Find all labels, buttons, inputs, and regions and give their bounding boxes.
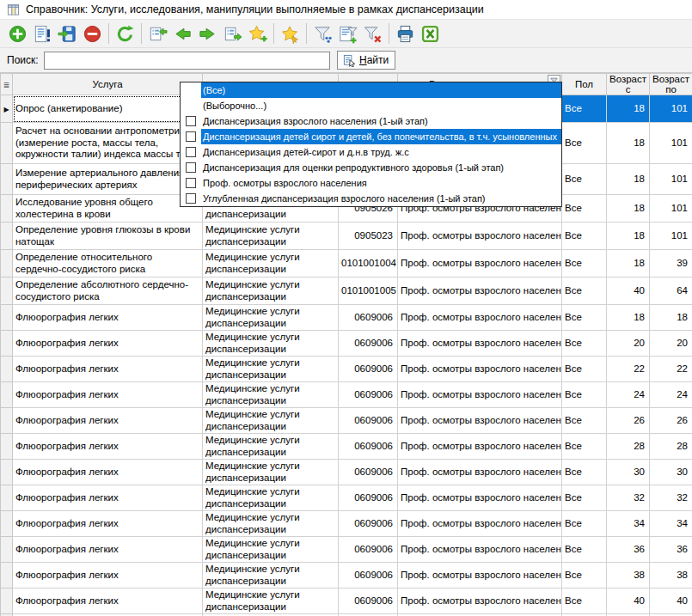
cell-age-from[interactable]: 40 xyxy=(607,589,650,614)
cell-age-from[interactable]: 38 xyxy=(607,563,650,589)
cell-age-from[interactable]: 18 xyxy=(607,250,650,278)
cell-service[interactable]: Флюорография легких xyxy=(13,408,203,434)
cell-gender[interactable]: Все xyxy=(562,511,607,537)
filter-option[interactable]: Углубленная диспансеризация взрослого на… xyxy=(181,191,561,206)
find-button[interactable]: Найти xyxy=(337,51,395,70)
cell-type[interactable]: Медицинские услуги диспансеризации xyxy=(203,563,339,589)
cell-gender[interactable]: Все xyxy=(562,305,607,331)
cell-type[interactable]: Медицинские услуги диспансеризации xyxy=(203,511,339,537)
row-indicator[interactable] xyxy=(1,434,13,460)
column-header-age-from[interactable]: Возраст с xyxy=(607,74,650,95)
cell-type[interactable]: Медицинские услуги диспансеризации xyxy=(203,589,339,614)
cell-age-from[interactable]: 36 xyxy=(607,537,650,563)
cell-service[interactable]: Флюорография легких xyxy=(13,460,203,485)
table-row[interactable]: Флюорография легкихМедицинские услуги ди… xyxy=(1,563,692,589)
favorite-go-button[interactable] xyxy=(278,21,303,46)
cell-code[interactable]: 0609006 xyxy=(339,511,398,537)
table-row[interactable]: Флюорография легкихМедицинские услуги ди… xyxy=(1,382,692,408)
cell-gender[interactable]: Все xyxy=(562,589,607,614)
table-row[interactable]: Флюорография легкихМедицинские услуги ди… xyxy=(1,589,692,614)
cell-age-from[interactable]: 24 xyxy=(607,382,650,408)
filter-custom-button[interactable] xyxy=(335,21,360,46)
filter-option[interactable]: Диспансеризация детей-сирот и д.н.в труд… xyxy=(181,144,561,160)
cell-service[interactable]: Расчет на основании антропометрии (измер… xyxy=(13,123,203,164)
cell-gender[interactable]: Все xyxy=(562,485,607,511)
row-indicator[interactable] xyxy=(1,278,13,305)
checkbox-icon[interactable] xyxy=(186,116,196,126)
cell-code[interactable]: 0609006 xyxy=(339,537,398,563)
cell-gender[interactable]: Все xyxy=(562,123,607,164)
cell-age-from[interactable]: 22 xyxy=(607,357,650,382)
row-indicator[interactable] xyxy=(1,305,13,331)
checkbox-icon[interactable] xyxy=(186,131,196,142)
row-indicator[interactable] xyxy=(1,123,13,164)
cell-category[interactable]: Проф. осмотры взрослого населения xyxy=(398,223,562,250)
cell-age-to[interactable]: 26 xyxy=(650,408,692,434)
cell-category[interactable]: Проф. осмотры взрослого населения xyxy=(398,305,562,331)
filter-clear-button[interactable] xyxy=(360,21,385,46)
row-indicator[interactable]: ▶ xyxy=(1,95,13,123)
cell-type[interactable]: Медицинские услуги диспансеризации xyxy=(203,278,339,305)
cell-service[interactable]: Флюорография легких xyxy=(13,537,203,563)
table-row[interactable]: Определение абсолютного сердечно-сосудис… xyxy=(1,278,692,305)
cell-category[interactable]: Проф. осмотры взрослого населения xyxy=(398,278,562,305)
cell-age-to[interactable]: 38 xyxy=(650,563,692,589)
cell-gender[interactable]: Все xyxy=(562,537,607,563)
cell-code[interactable]: 0609006 xyxy=(339,589,398,614)
checkbox-icon[interactable] xyxy=(186,147,196,157)
checkbox-icon[interactable] xyxy=(186,178,196,188)
cell-category[interactable]: Проф. осмотры взрослого населения xyxy=(398,460,562,485)
cell-age-to[interactable]: 20 xyxy=(650,331,692,357)
cell-gender[interactable]: Все xyxy=(562,331,607,357)
cell-service[interactable]: Флюорография легких xyxy=(13,382,203,408)
cell-age-from[interactable]: 18 xyxy=(607,164,650,195)
table-row[interactable]: Флюорография легкихМедицинские услуги ди… xyxy=(1,408,692,434)
cell-code[interactable]: 0905023 xyxy=(339,223,398,250)
row-indicator[interactable] xyxy=(1,511,13,537)
cell-service[interactable]: Определение абсолютного сердечно-сосудис… xyxy=(13,278,203,305)
row-indicator[interactable] xyxy=(1,382,13,408)
column-header-indicator[interactable]: ≣ xyxy=(1,74,13,95)
cell-gender[interactable]: Все xyxy=(562,382,607,408)
cell-gender[interactable]: Все xyxy=(562,460,607,485)
cell-age-to[interactable]: 101 xyxy=(650,123,692,164)
cell-age-from[interactable]: 18 xyxy=(607,123,650,164)
search-input[interactable] xyxy=(44,52,330,70)
cell-service[interactable]: Флюорография легких xyxy=(13,357,203,382)
row-indicator[interactable] xyxy=(1,195,13,223)
cell-category[interactable]: Проф. осмотры взрослого населения xyxy=(398,434,562,460)
cell-age-from[interactable]: 34 xyxy=(607,511,650,537)
table-row[interactable]: Флюорография легкихМедицинские услуги ди… xyxy=(1,460,692,485)
filter-option[interactable]: Диспансеризация детей сирот и детей, без… xyxy=(181,129,561,144)
cell-type[interactable]: Медицинские услуги диспансеризации xyxy=(203,305,339,331)
row-indicator[interactable] xyxy=(1,250,13,278)
cell-age-to[interactable]: 30 xyxy=(650,460,692,485)
cell-category[interactable]: Проф. осмотры взрослого населения xyxy=(398,537,562,563)
column-header-gender[interactable]: Пол xyxy=(562,74,607,95)
list-forward-button[interactable] xyxy=(220,21,245,46)
cell-category[interactable]: Проф. осмотры взрослого населения xyxy=(398,250,562,278)
cell-type[interactable]: Медицинские услуги диспансеризации xyxy=(203,408,339,434)
cell-gender[interactable]: Все xyxy=(562,408,607,434)
cell-code[interactable]: 0609006 xyxy=(339,382,398,408)
cell-age-from[interactable]: 40 xyxy=(607,278,650,305)
row-indicator[interactable] xyxy=(1,485,13,511)
cell-category[interactable]: Проф. осмотры взрослого населения xyxy=(398,563,562,589)
cell-category[interactable]: Проф. осмотры взрослого населения xyxy=(398,589,562,614)
cell-service[interactable]: Флюорография легких xyxy=(13,485,203,511)
row-indicator[interactable] xyxy=(1,331,13,357)
cell-type[interactable]: Медицинские услуги диспансеризации xyxy=(203,357,339,382)
cell-service[interactable]: Флюорография легких xyxy=(13,511,203,537)
cell-type[interactable]: Медицинские услуги диспансеризации xyxy=(203,460,339,485)
cell-service[interactable]: Измерение артериального давления на пери… xyxy=(13,164,203,195)
cell-age-from[interactable]: 18 xyxy=(607,95,650,123)
print-button[interactable] xyxy=(393,21,418,46)
filter-option[interactable]: (Выборочно...) xyxy=(181,98,561,113)
cell-service[interactable]: Флюорография легких xyxy=(13,305,203,331)
cell-gender[interactable]: Все xyxy=(562,278,607,305)
add-button[interactable] xyxy=(5,21,30,46)
cell-gender[interactable]: Все xyxy=(562,563,607,589)
cell-age-to[interactable]: 101 xyxy=(650,164,692,195)
table-row[interactable]: Флюорография легкихМедицинские услуги ди… xyxy=(1,331,692,357)
checkbox-icon[interactable] xyxy=(186,162,196,173)
